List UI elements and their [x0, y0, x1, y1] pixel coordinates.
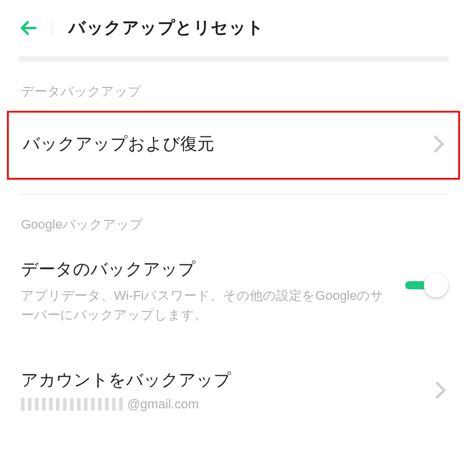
item-subtitle: アプリデータ、Wi-Fiパスワード、その他の設定をGoogleのサーバーにバック…: [21, 286, 393, 324]
item-title: データのバックアップ: [21, 258, 393, 281]
back-arrow-icon[interactable]: [19, 18, 39, 38]
data-backup-item[interactable]: データのバックアップ アプリデータ、Wi-Fiパスワード、その他の設定をGoog…: [0, 244, 467, 336]
toggle-knob: [424, 273, 448, 298]
header: バックアップとリセット: [0, 0, 467, 52]
backup-and-restore-item[interactable]: バックアップおよび復元: [7, 111, 460, 180]
email-domain: @gmail.com: [127, 397, 199, 411]
toggle-wrapper: [405, 273, 448, 296]
item-title: アカウントをバックアップ: [21, 369, 435, 392]
data-backup-toggle[interactable]: [405, 273, 448, 296]
item-text: データのバックアップ アプリデータ、Wi-Fiパスワード、その他の設定をGoog…: [21, 258, 405, 324]
item-title: バックアップおよび復元: [23, 132, 214, 156]
page-title: バックアップとリセット: [68, 16, 264, 40]
chevron-right-icon: [434, 135, 444, 153]
chevron-right-icon: [435, 382, 446, 399]
redacted-email-user: [21, 398, 126, 411]
account-email: @gmail.com: [21, 397, 435, 412]
divider: [19, 56, 448, 62]
item-text: アカウントをバックアップ @gmail.com: [21, 369, 435, 412]
backup-account-item[interactable]: アカウントをバックアップ @gmail.com: [0, 336, 467, 424]
section-label-data-backup: データバックアップ: [0, 62, 467, 111]
section-label-google-backup: Googleバックアップ: [0, 195, 467, 244]
header-divider: [51, 19, 52, 37]
